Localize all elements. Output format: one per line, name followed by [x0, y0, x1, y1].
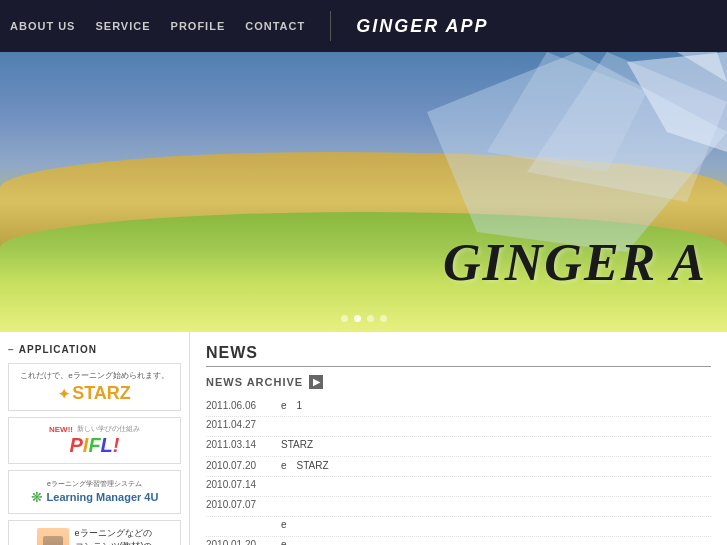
- content-description: eラーニングなどのコンテンツ(教材)の企画・制作: [75, 527, 153, 545]
- news-date: 2011.03.14: [206, 439, 271, 450]
- nav-contact[interactable]: CONTACT: [245, 20, 305, 32]
- lm-description: eラーニング学習管理システム: [47, 479, 142, 489]
- sidebar: − APPLICATION これだけで、eラーニング始められます。 ✦ STAR…: [0, 332, 190, 545]
- sidebar-dash: −: [8, 344, 15, 355]
- pifl-f: F: [88, 434, 100, 456]
- news-list: 2011.06.06 e 1 2011.04.27 2011.03.14 STA…: [206, 397, 711, 545]
- news-content: e: [281, 519, 711, 530]
- header: ABOUT US SERVICE PROFILE CONTACT GINGER …: [0, 0, 727, 52]
- news-date: 2010.01.20: [206, 539, 271, 545]
- news-date: 2011.04.27: [206, 419, 271, 430]
- news-item-5: 2010.07.07: [206, 497, 711, 517]
- app-card-pifl[interactable]: NEW!! 新しい学びの仕組み PIFL!: [8, 417, 181, 464]
- pifl-logo: PIFL!: [69, 434, 119, 457]
- news-content: STARZ: [281, 439, 711, 450]
- nav-profile[interactable]: PROFILE: [171, 20, 226, 32]
- news-date: 2010.07.20: [206, 460, 271, 471]
- nav-service[interactable]: SERVICE: [95, 20, 150, 32]
- avatar-figure: [43, 536, 63, 545]
- app-card-content-production[interactable]: eラーニングなどのコンテンツ(教材)の企画・制作: [8, 520, 181, 545]
- starz-logo-text: STARZ: [72, 383, 131, 404]
- news-item-2: 2011.03.14 STARZ: [206, 437, 711, 457]
- news-section: NEWS NEWS ARCHIVE ▶ 2011.06.06 e 1 2011.…: [190, 332, 727, 545]
- app-card-starz[interactable]: これだけで、eラーニング始められます。 ✦ STARZ: [8, 363, 181, 411]
- starz-description: これだけで、eラーニング始められます。: [20, 370, 168, 381]
- news-content: e STARZ: [281, 459, 711, 473]
- nav: ABOUT US SERVICE PROFILE CONTACT GINGER …: [10, 11, 717, 41]
- news-heading: NEWS: [206, 344, 711, 362]
- news-item-0: 2011.06.06 e 1: [206, 397, 711, 417]
- lm-logo-row: ❋ Learning Manager 4U: [31, 489, 159, 505]
- hero-pagination: [341, 315, 387, 322]
- pifl-subtitle: 新しい学びの仕組み: [77, 424, 140, 434]
- pifl-new-badge: NEW!!: [49, 425, 73, 434]
- main-content: − APPLICATION これだけで、eラーニング始められます。 ✦ STAR…: [0, 332, 727, 545]
- news-date: 2010.07.14: [206, 479, 271, 490]
- news-item-3: 2010.07.20 e STARZ: [206, 457, 711, 477]
- hero-dot-4[interactable]: [380, 315, 387, 322]
- hero-dot-2[interactable]: [354, 315, 361, 322]
- news-item-1: 2011.04.27: [206, 417, 711, 437]
- nav-about[interactable]: ABOUT US: [10, 20, 75, 32]
- news-archive-icon[interactable]: ▶: [309, 375, 323, 389]
- lm-icon: ❋: [31, 489, 43, 505]
- brand-title: GINGER APP: [356, 16, 488, 37]
- news-archive-label: NEWS ARCHIVE: [206, 376, 303, 388]
- news-divider: [206, 366, 711, 367]
- pifl-l: L: [101, 434, 113, 456]
- news-content: e 1: [281, 399, 711, 413]
- content-avatar: [37, 528, 69, 545]
- hero-title-text: GINGER A: [443, 233, 707, 292]
- news-archive-row: NEWS ARCHIVE ▶: [206, 375, 711, 389]
- hero-banner: GINGER A: [0, 52, 727, 332]
- lm-name: Learning Manager 4U: [47, 491, 159, 503]
- nav-divider: [330, 11, 331, 41]
- app-card-learning-manager[interactable]: eラーニング学習管理システム ❋ Learning Manager 4U: [8, 470, 181, 514]
- pifl-p: P: [69, 434, 82, 456]
- sidebar-title: − APPLICATION: [8, 344, 181, 355]
- hero-dot-1[interactable]: [341, 315, 348, 322]
- news-date: 2011.06.06: [206, 400, 271, 411]
- starz-star-icon: ✦: [58, 386, 70, 402]
- news-item-6: e: [206, 517, 711, 537]
- news-content: e: [281, 539, 711, 545]
- pifl-excl: !: [113, 434, 120, 456]
- news-date: 2010.07.07: [206, 499, 271, 510]
- news-item-7: 2010.01.20 e: [206, 537, 711, 545]
- hero-geometric: [427, 52, 727, 252]
- starz-logo: ✦ STARZ: [58, 383, 131, 404]
- sidebar-title-text: APPLICATION: [19, 344, 97, 355]
- news-item-4: 2010.07.14: [206, 477, 711, 497]
- hero-dot-3[interactable]: [367, 315, 374, 322]
